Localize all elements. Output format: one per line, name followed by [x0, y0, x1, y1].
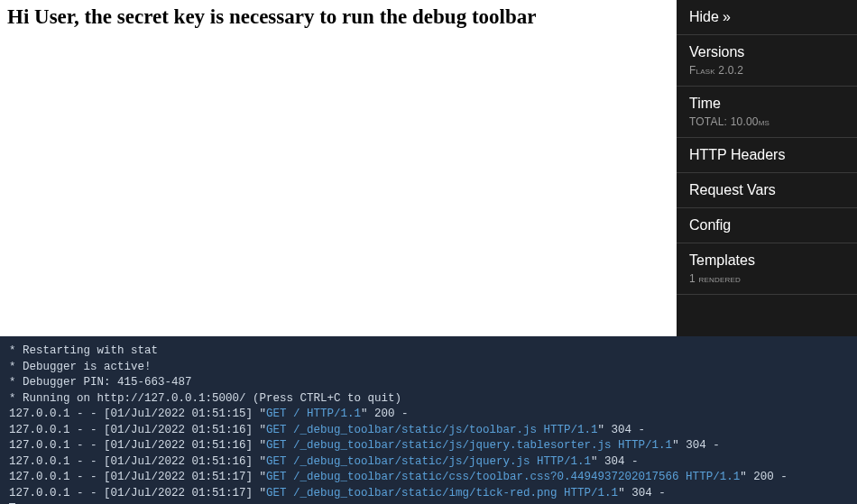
terminal-line: * Debugger PIN: 415-663-487: [9, 375, 848, 391]
panel-subtitle: 1 rendered: [689, 272, 844, 285]
terminal-line: 127.0.0.1 - - [01/Jul/2022 01:51:16] "GE…: [9, 423, 848, 439]
debug-toolbar: Hide» Versions Flask 2.0.2 Time TOTAL: 1…: [677, 0, 857, 336]
panel-title: Request Vars: [689, 182, 844, 198]
terminal-line: * Restarting with stat: [9, 344, 848, 360]
page-content: Hi User, the secret key is necessary to …: [0, 0, 677, 336]
page-heading: Hi User, the secret key is necessary to …: [7, 5, 669, 29]
panel-subtitle: TOTAL: 10.00ms: [689, 115, 844, 128]
panel-templates[interactable]: Templates 1 rendered: [677, 243, 857, 295]
terminal-line: 127.0.0.1 - - [01/Jul/2022 01:51:15] "GE…: [9, 407, 848, 423]
hide-label: Hide: [689, 9, 719, 24]
panel-request-vars[interactable]: Request Vars: [677, 173, 857, 208]
chevron-right-icon: »: [723, 9, 731, 24]
panel-title: HTTP Headers: [689, 147, 844, 163]
terminal-line: 127.0.0.1 - - [01/Jul/2022 01:51:16] "GE…: [9, 438, 848, 454]
terminal-line: * Running on http://127.0.0.1:5000/ (Pre…: [9, 391, 848, 408]
panel-title: Config: [689, 217, 844, 234]
panel-http-headers[interactable]: HTTP Headers: [677, 138, 857, 173]
panel-config[interactable]: Config: [677, 208, 857, 243]
top-region: Hi User, the secret key is necessary to …: [0, 0, 857, 336]
panel-time[interactable]: Time TOTAL: 10.00ms: [677, 87, 857, 138]
terminal-line: 127.0.0.1 - - [01/Jul/2022 01:51:16] "GE…: [9, 454, 848, 471]
terminal-line: 127.0.0.1 - - [01/Jul/2022 01:51:17] "GE…: [9, 470, 848, 486]
panel-title: Time: [689, 96, 844, 112]
terminal-output[interactable]: * Restarting with stat * Debugger is act…: [0, 336, 857, 504]
panel-versions[interactable]: Versions Flask 2.0.2: [677, 35, 857, 87]
terminal-line: 127.0.0.1 - - [01/Jul/2022 01:51:17] "GE…: [9, 486, 848, 502]
panel-subtitle: Flask 2.0.2: [689, 64, 844, 77]
hide-toolbar-button[interactable]: Hide»: [677, 0, 857, 35]
panel-title: Versions: [689, 44, 844, 60]
panel-title: Templates: [689, 252, 844, 269]
terminal-line: * Debugger is active!: [9, 360, 848, 376]
